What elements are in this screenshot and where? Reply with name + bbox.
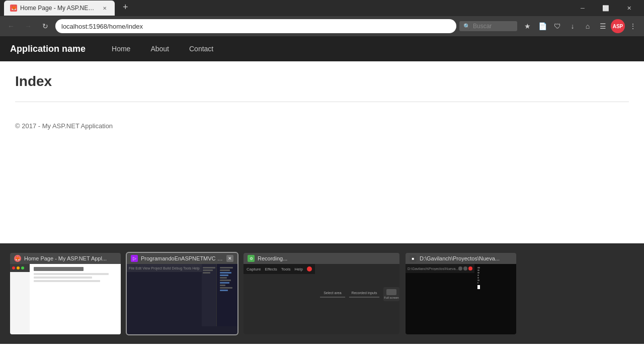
downloads-button[interactable]: ↓ <box>566 19 580 33</box>
menu-button[interactable]: ⋮ <box>626 19 640 33</box>
task-item-firefox[interactable]: 🦊 Home Page - My ASP.NET Appl... <box>10 253 121 334</box>
nav-bar: ← → ↻ localhost:51968/home/index 🔍 ★ 📄 🛡… <box>0 16 644 36</box>
minimize-button[interactable]: ─ <box>572 0 594 16</box>
task-favicon-vs: ▷ <box>131 255 138 262</box>
reading-list-button[interactable]: 📄 <box>535 19 549 33</box>
title-bar: 🦊 Home Page - My ASP.NET A... ✕ + ─ ⬜ ✕ <box>0 0 644 16</box>
task-favicon-cmd: ■ <box>410 255 417 262</box>
task-label-vs: ProgramandoEnASPNETMVC - ... <box>141 255 223 261</box>
tab-favicon: 🦊 <box>10 5 17 12</box>
task-header-recording: ⚙ Recording... <box>244 253 399 264</box>
task-label-cmd: D:\Gavilanch\Proyectos\Nueva... <box>420 255 512 261</box>
task-label-firefox: Home Page - My ASP.NET Appl... <box>24 255 117 261</box>
maximize-button[interactable]: ⬜ <box>595 0 617 16</box>
task-favicon-firefox: 🦊 <box>14 255 21 262</box>
new-tab-button[interactable]: + <box>119 3 132 12</box>
nav-link-home[interactable]: Home <box>108 45 134 53</box>
task-header-cmd: ■ D:\Gavilanch\Proyectos\Nueva... <box>406 253 516 264</box>
forward-button: → <box>21 19 35 33</box>
nav-icons: ★ 📄 🛡 ↓ ⌂ ☰ ASP ⋮ <box>520 19 640 33</box>
task-item-recording[interactable]: ⚙ Recording... Capture Effects Tools Hel… <box>244 253 399 334</box>
tab-close-button[interactable]: ✕ <box>101 4 109 12</box>
page-title: Index <box>15 73 629 89</box>
search-input[interactable] <box>473 23 513 30</box>
active-tab[interactable]: 🦊 Home Page - My ASP.NET A... ✕ <box>4 1 115 16</box>
task-label-recording: Recording... <box>258 255 395 261</box>
task-close-vs[interactable]: ✕ <box>226 255 233 262</box>
reload-button[interactable]: ↻ <box>38 19 52 33</box>
page-footer: © 2017 - My ASP.NET Application <box>0 122 644 130</box>
address-bar[interactable]: localhost:51968/home/index <box>55 19 456 33</box>
app-brand: Application name <box>10 44 86 54</box>
window-controls: ─ ⬜ ✕ <box>572 0 640 16</box>
footer-text: © 2017 - My ASP.NET Application <box>15 122 113 130</box>
bookmarks-star-button[interactable]: ★ <box>520 19 534 33</box>
task-item-vs[interactable]: ▷ ProgramandoEnASPNETMVC - ... ✕ File Ed… <box>127 253 237 334</box>
task-favicon-recording: ⚙ <box>248 255 255 262</box>
collection-button[interactable]: ☰ <box>596 19 610 33</box>
search-box: 🔍 <box>459 21 517 31</box>
task-preview-firefox <box>10 264 121 334</box>
task-preview-cmd: D:\Gavilanch\Proyectos\Nueva... <box>406 264 516 334</box>
home-button[interactable]: ⌂ <box>581 19 595 33</box>
tab-title: Home Page - My ASP.NET A... <box>20 5 98 12</box>
task-preview-vs: File Edit View Project Build Debug Tools… <box>127 264 237 334</box>
taskbar-overlay: 🦊 Home Page - My ASP.NET Appl... <box>0 243 644 344</box>
nav-link-about[interactable]: About <box>146 45 173 53</box>
task-header-vs: ▷ ProgramandoEnASPNETMVC - ... ✕ <box>127 253 237 264</box>
shield-button[interactable]: 🛡 <box>550 19 565 33</box>
nav-link-contact[interactable]: Contact <box>185 45 217 53</box>
address-text: localhost:51968/home/index <box>61 23 450 30</box>
browser-chrome: 🦊 Home Page - My ASP.NET A... ✕ + ─ ⬜ ✕ … <box>0 0 644 36</box>
page-divider <box>15 102 629 102</box>
task-preview-recording: Capture Effects Tools Help Select area R <box>244 264 399 334</box>
task-header-firefox: 🦊 Home Page - My ASP.NET Appl... <box>10 253 121 264</box>
search-icon: 🔍 <box>463 23 470 30</box>
app-navbar: Application name Home About Contact <box>0 36 644 61</box>
page-content: Application name Home About Contact Inde… <box>0 36 644 344</box>
profile-avatar[interactable]: ASP <box>611 19 625 33</box>
back-button[interactable]: ← <box>4 19 18 33</box>
tab-bar: 🦊 Home Page - My ASP.NET A... ✕ + <box>4 1 570 16</box>
page-body: Index <box>0 61 644 122</box>
close-button[interactable]: ✕ <box>618 0 640 16</box>
task-item-cmd[interactable]: ■ D:\Gavilanch\Proyectos\Nueva... D:\Gav… <box>406 253 516 334</box>
